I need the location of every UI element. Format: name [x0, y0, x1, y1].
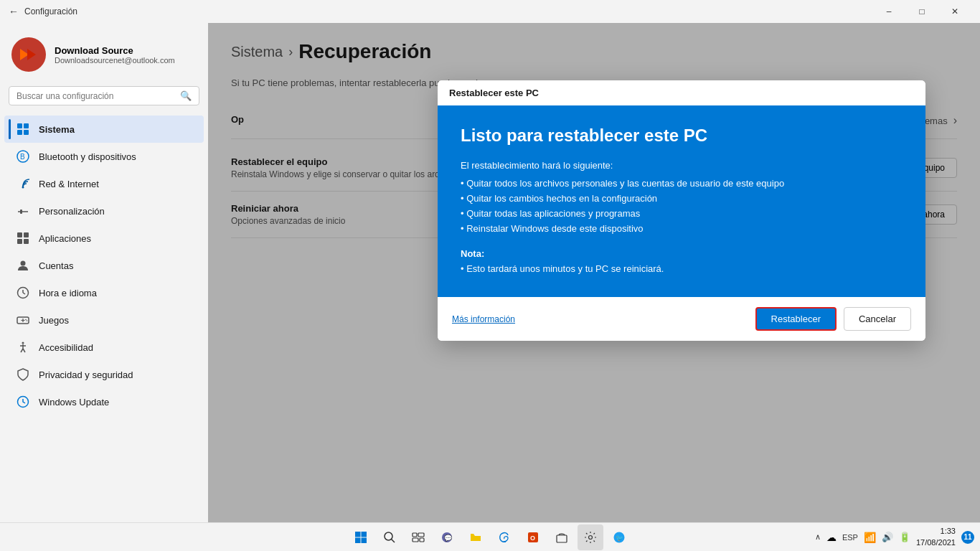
dialog-note: Nota: Esto tardará unos minutos y tu PC …: [461, 248, 903, 274]
svg-rect-44: [557, 535, 567, 542]
close-button[interactable]: ✕: [938, 0, 971, 23]
windows-update-icon: [16, 395, 30, 409]
wifi-icon[interactable]: 📶: [864, 532, 876, 543]
svg-text:🐦: 🐦: [616, 534, 624, 542]
settings-taskbar-button[interactable]: [578, 524, 603, 550]
taskbar-search-button[interactable]: [377, 524, 402, 550]
svg-rect-2: [17, 123, 22, 128]
accesibilidad-icon: [16, 340, 30, 354]
svg-rect-12: [24, 232, 29, 237]
taskbar-center: 💬 O 🐦: [348, 524, 632, 550]
maximize-button[interactable]: □: [905, 0, 938, 23]
notification-badge[interactable]: 11: [961, 531, 974, 544]
dialog-body: Listo para restablecer este PC El restab…: [438, 105, 925, 297]
taskbar-clock: 1:33 17/08/2021: [916, 526, 956, 548]
dialog-footer: Más información Restablecer Cancelar: [438, 297, 925, 341]
svg-rect-10: [20, 209, 22, 214]
aplicaciones-icon: [16, 231, 30, 245]
avatar: [11, 37, 46, 72]
main-content: Sistema › Recuperación Si tu PC tiene pr…: [208, 23, 980, 522]
svg-rect-37: [418, 533, 424, 537]
app-container: Download Source Downloadsourcenet@outloo…: [0, 23, 980, 522]
sidebar-item-label-sistema: Sistema: [39, 124, 75, 135]
chevron-up-icon[interactable]: ∧: [815, 532, 821, 542]
sidebar-item-red[interactable]: Red & Internet: [4, 170, 204, 197]
sidebar-item-label-cuentas: Cuentas: [39, 260, 73, 271]
volume-icon[interactable]: 🔊: [882, 532, 893, 542]
svg-point-24: [22, 342, 24, 344]
sidebar-search-container[interactable]: 🔍: [9, 86, 199, 105]
svg-rect-14: [24, 239, 29, 244]
sidebar-item-windows-update[interactable]: Windows Update: [4, 388, 204, 415]
titlebar-left: ← Configuración: [9, 6, 77, 17]
cancelar-button[interactable]: Cancelar: [844, 307, 911, 331]
start-button[interactable]: [348, 524, 374, 550]
svg-rect-31: [362, 532, 367, 537]
dialog-actions: Restablecer Cancelar: [755, 307, 911, 331]
svg-rect-32: [355, 537, 361, 543]
svg-line-18: [23, 293, 25, 294]
svg-text:O: O: [530, 534, 535, 542]
dialog-note-text: Esto tardará unos minutos y tu PC se rei…: [461, 263, 903, 274]
profile-email: Downloadsourcenet@outlook.com: [55, 56, 175, 65]
svg-text:💬: 💬: [444, 534, 453, 542]
taskbar: 💬 O 🐦 ∧ ☁ ESP 📶 🔊 🔋: [0, 522, 980, 551]
sidebar-item-juegos[interactable]: Juegos: [4, 306, 204, 334]
svg-point-8: [22, 187, 24, 189]
network-icon: [16, 176, 30, 191]
sidebar-profile-info: Download Source Downloadsourcenet@outloo…: [55, 45, 175, 65]
edge-button[interactable]: [491, 524, 517, 550]
sidebar-item-personalizacion[interactable]: Personalización: [4, 197, 204, 225]
chat-button[interactable]: 💬: [434, 524, 460, 550]
twitter-button[interactable]: 🐦: [606, 524, 632, 550]
svg-rect-4: [17, 130, 22, 135]
dialog-list-item: Quitar todas las aplicaciones y programa…: [461, 208, 903, 219]
sidebar-item-sistema[interactable]: Sistema: [4, 116, 204, 143]
sidebar-item-privacidad[interactable]: Privacidad y seguridad: [4, 361, 204, 388]
minimize-button[interactable]: –: [872, 0, 905, 23]
svg-line-28: [23, 349, 25, 352]
battery-icon[interactable]: 🔋: [899, 532, 910, 542]
sidebar-item-aplicaciones[interactable]: Aplicaciones: [4, 225, 204, 252]
svg-rect-33: [362, 537, 367, 543]
office-button[interactable]: O: [520, 524, 546, 550]
svg-marker-1: [27, 49, 36, 60]
svg-rect-3: [24, 123, 29, 128]
sidebar-item-label-hora: Hora e idioma: [39, 288, 97, 298]
file-explorer-button[interactable]: [463, 524, 489, 550]
search-input[interactable]: [17, 91, 176, 101]
svg-rect-36: [413, 533, 417, 537]
dialog-titlebar: Restablecer este PC: [438, 80, 925, 105]
sidebar-item-accesibilidad[interactable]: Accesibilidad: [4, 334, 204, 361]
svg-point-45: [589, 535, 593, 539]
svg-point-22: [25, 319, 27, 321]
back-button[interactable]: ←: [9, 6, 19, 17]
svg-point-15: [21, 261, 26, 266]
titlebar-title: Configuración: [24, 6, 77, 17]
hora-icon: [16, 286, 30, 300]
privacidad-icon: [16, 367, 30, 382]
sidebar-item-cuentas[interactable]: Cuentas: [4, 252, 204, 279]
sidebar-item-label-windows-update: Windows Update: [39, 397, 109, 408]
svg-line-27: [21, 349, 23, 352]
taskbar-right: ∧ ☁ ESP 📶 🔊 🔋 1:33 17/08/2021 11: [815, 526, 974, 548]
sidebar-item-label-privacidad: Privacidad y seguridad: [39, 369, 133, 380]
reset-dialog: Restablecer este PC Listo para restablec…: [438, 80, 925, 341]
sidebar-item-label-accesibilidad: Accesibilidad: [39, 342, 93, 353]
svg-point-23: [27, 320, 28, 321]
task-view-button[interactable]: [405, 524, 431, 550]
svg-rect-13: [17, 239, 22, 244]
titlebar: ← Configuración – □ ✕: [0, 0, 980, 23]
sidebar-item-bluetooth[interactable]: B Bluetooth y dispositivos: [4, 143, 204, 170]
store-button[interactable]: [549, 524, 575, 550]
personalizacion-icon: [16, 204, 30, 218]
svg-rect-38: [413, 538, 418, 542]
restablecer-button[interactable]: Restablecer: [755, 307, 837, 331]
dialog-more-info-link[interactable]: Más información: [452, 314, 515, 324]
svg-rect-5: [24, 130, 29, 135]
sidebar-item-label-bluetooth: Bluetooth y dispositivos: [39, 151, 136, 162]
cloud-icon[interactable]: ☁: [826, 532, 837, 543]
sidebar-item-hora[interactable]: Hora e idioma: [4, 279, 204, 306]
dialog-note-title: Nota:: [461, 248, 903, 259]
dialog-list-item: Quitar todos los archivos personales y l…: [461, 178, 903, 189]
